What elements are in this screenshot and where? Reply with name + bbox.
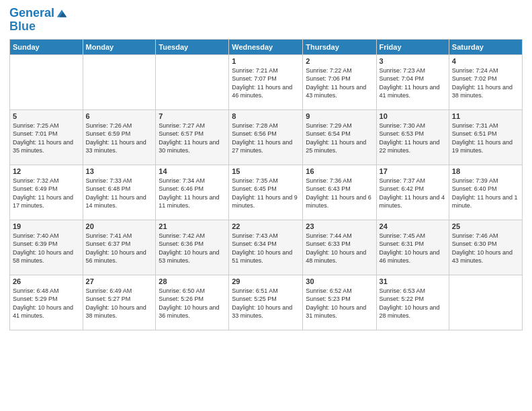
day-number: 12 xyxy=(13,167,80,175)
calendar-cell: 1Sunrise: 7:21 AMSunset: 7:07 PMDaylight… xyxy=(229,54,303,109)
day-number: 22 xyxy=(232,222,300,230)
calendar-cell: 19Sunrise: 7:40 AMSunset: 6:39 PMDayligh… xyxy=(10,220,83,275)
calendar-cell: 3Sunrise: 7:23 AMSunset: 7:04 PMDaylight… xyxy=(376,54,449,109)
day-number: 6 xyxy=(86,112,153,120)
day-info: Sunrise: 7:32 AMSunset: 6:49 PMDaylight:… xyxy=(13,177,80,210)
day-number: 20 xyxy=(86,222,153,230)
day-number: 10 xyxy=(380,112,446,120)
day-number: 18 xyxy=(452,167,519,175)
weekday-header-wednesday: Wednesday xyxy=(229,39,303,54)
calendar-cell: 24Sunrise: 7:45 AMSunset: 6:31 PMDayligh… xyxy=(376,220,449,275)
calendar-table: SundayMondayTuesdayWednesdayThursdayFrid… xyxy=(9,39,523,330)
day-info: Sunrise: 7:44 AMSunset: 6:33 PMDaylight:… xyxy=(306,232,373,265)
calendar-cell: 30Sunrise: 6:52 AMSunset: 5:23 PMDayligh… xyxy=(303,275,376,330)
day-number: 28 xyxy=(159,277,226,285)
day-info: Sunrise: 7:25 AMSunset: 7:01 PMDaylight:… xyxy=(13,122,80,155)
day-info: Sunrise: 6:51 AMSunset: 5:25 PMDaylight:… xyxy=(232,287,300,320)
weekday-header-monday: Monday xyxy=(83,39,156,54)
week-row-1: 1Sunrise: 7:21 AMSunset: 7:07 PMDaylight… xyxy=(10,54,523,109)
day-number: 21 xyxy=(159,222,226,230)
day-info: Sunrise: 7:35 AMSunset: 6:45 PMDaylight:… xyxy=(232,177,300,210)
weekday-header-sunday: Sunday xyxy=(10,39,83,54)
day-info: Sunrise: 6:48 AMSunset: 5:29 PMDaylight:… xyxy=(13,287,80,320)
day-info: Sunrise: 7:27 AMSunset: 6:57 PMDaylight:… xyxy=(159,122,226,155)
weekday-header-thursday: Thursday xyxy=(303,39,376,54)
calendar-cell xyxy=(449,275,522,330)
calendar-cell: 29Sunrise: 6:51 AMSunset: 5:25 PMDayligh… xyxy=(229,275,303,330)
calendar-cell: 21Sunrise: 7:42 AMSunset: 6:36 PMDayligh… xyxy=(156,220,229,275)
day-number: 4 xyxy=(452,57,519,65)
day-number: 30 xyxy=(306,277,373,285)
day-info: Sunrise: 6:50 AMSunset: 5:26 PMDaylight:… xyxy=(159,287,226,320)
day-info: Sunrise: 7:36 AMSunset: 6:43 PMDaylight:… xyxy=(306,177,373,210)
day-info: Sunrise: 7:37 AMSunset: 6:42 PMDaylight:… xyxy=(380,177,446,210)
day-number: 14 xyxy=(159,167,226,175)
day-info: Sunrise: 7:43 AMSunset: 6:34 PMDaylight:… xyxy=(232,232,300,265)
day-info: Sunrise: 7:46 AMSunset: 6:30 PMDaylight:… xyxy=(452,232,519,265)
day-info: Sunrise: 6:53 AMSunset: 5:22 PMDaylight:… xyxy=(380,287,446,320)
weekday-header-tuesday: Tuesday xyxy=(156,39,229,54)
day-number: 23 xyxy=(306,222,373,230)
calendar-cell: 17Sunrise: 7:37 AMSunset: 6:42 PMDayligh… xyxy=(376,165,449,220)
logo: General Blue xyxy=(9,7,68,34)
day-number: 31 xyxy=(380,277,446,285)
day-info: Sunrise: 7:26 AMSunset: 6:59 PMDaylight:… xyxy=(86,122,153,155)
week-row-4: 19Sunrise: 7:40 AMSunset: 6:39 PMDayligh… xyxy=(10,220,523,275)
day-number: 17 xyxy=(380,167,446,175)
day-number: 19 xyxy=(13,222,80,230)
calendar-cell: 4Sunrise: 7:24 AMSunset: 7:02 PMDaylight… xyxy=(449,54,522,109)
calendar-cell: 26Sunrise: 6:48 AMSunset: 5:29 PMDayligh… xyxy=(10,275,83,330)
day-number: 2 xyxy=(306,57,373,65)
calendar-cell: 27Sunrise: 6:49 AMSunset: 5:27 PMDayligh… xyxy=(83,275,156,330)
day-number: 1 xyxy=(232,57,300,65)
day-info: Sunrise: 7:42 AMSunset: 6:36 PMDaylight:… xyxy=(159,232,226,265)
day-info: Sunrise: 7:28 AMSunset: 6:56 PMDaylight:… xyxy=(232,122,300,155)
day-info: Sunrise: 7:24 AMSunset: 7:02 PMDaylight:… xyxy=(452,66,519,100)
day-info: Sunrise: 7:34 AMSunset: 6:46 PMDaylight:… xyxy=(159,177,226,210)
day-info: Sunrise: 7:45 AMSunset: 6:31 PMDaylight:… xyxy=(380,232,446,265)
calendar-cell xyxy=(10,54,83,109)
day-number: 24 xyxy=(380,222,446,230)
calendar-cell: 23Sunrise: 7:44 AMSunset: 6:33 PMDayligh… xyxy=(303,220,376,275)
calendar-cell: 28Sunrise: 6:50 AMSunset: 5:26 PMDayligh… xyxy=(156,275,229,330)
calendar-cell: 20Sunrise: 7:41 AMSunset: 6:37 PMDayligh… xyxy=(83,220,156,275)
day-number: 16 xyxy=(306,167,373,175)
weekday-header-row: SundayMondayTuesdayWednesdayThursdayFrid… xyxy=(10,39,523,54)
calendar-cell: 18Sunrise: 7:39 AMSunset: 6:40 PMDayligh… xyxy=(449,165,522,220)
day-number: 5 xyxy=(13,112,80,120)
day-info: Sunrise: 7:39 AMSunset: 6:40 PMDaylight:… xyxy=(452,177,519,210)
day-info: Sunrise: 7:21 AMSunset: 7:07 PMDaylight:… xyxy=(232,66,300,100)
calendar-cell: 2Sunrise: 7:22 AMSunset: 7:06 PMDaylight… xyxy=(303,54,376,109)
day-number: 27 xyxy=(86,277,153,285)
logo-icon xyxy=(56,7,68,19)
calendar-cell: 31Sunrise: 6:53 AMSunset: 5:22 PMDayligh… xyxy=(376,275,449,330)
calendar-cell: 9Sunrise: 7:29 AMSunset: 6:54 PMDaylight… xyxy=(303,109,376,165)
weekday-header-friday: Friday xyxy=(376,39,449,54)
day-info: Sunrise: 7:23 AMSunset: 7:04 PMDaylight:… xyxy=(380,66,446,100)
calendar-cell: 25Sunrise: 7:46 AMSunset: 6:30 PMDayligh… xyxy=(449,220,522,275)
weekday-header-saturday: Saturday xyxy=(449,39,522,54)
logo-text-general: General xyxy=(9,7,54,20)
day-info: Sunrise: 7:40 AMSunset: 6:39 PMDaylight:… xyxy=(13,232,80,265)
day-number: 9 xyxy=(306,112,373,120)
day-info: Sunrise: 7:29 AMSunset: 6:54 PMDaylight:… xyxy=(306,122,373,155)
week-row-3: 12Sunrise: 7:32 AMSunset: 6:49 PMDayligh… xyxy=(10,165,523,220)
week-row-5: 26Sunrise: 6:48 AMSunset: 5:29 PMDayligh… xyxy=(10,275,523,330)
calendar-cell xyxy=(156,54,229,109)
header: General Blue xyxy=(9,7,523,34)
day-info: Sunrise: 6:49 AMSunset: 5:27 PMDaylight:… xyxy=(86,287,153,320)
calendar-cell: 14Sunrise: 7:34 AMSunset: 6:46 PMDayligh… xyxy=(156,165,229,220)
page: General Blue SundayMondayTuesdayWednesda… xyxy=(0,0,532,411)
week-row-2: 5Sunrise: 7:25 AMSunset: 7:01 PMDaylight… xyxy=(10,109,523,165)
day-number: 26 xyxy=(13,277,80,285)
day-number: 7 xyxy=(159,112,226,120)
day-info: Sunrise: 6:52 AMSunset: 5:23 PMDaylight:… xyxy=(306,287,373,320)
calendar-cell xyxy=(83,54,156,109)
logo-text-blue: Blue xyxy=(9,20,68,34)
calendar-cell: 6Sunrise: 7:26 AMSunset: 6:59 PMDaylight… xyxy=(83,109,156,165)
calendar-cell: 13Sunrise: 7:33 AMSunset: 6:48 PMDayligh… xyxy=(83,165,156,220)
day-number: 15 xyxy=(232,167,300,175)
calendar-cell: 5Sunrise: 7:25 AMSunset: 7:01 PMDaylight… xyxy=(10,109,83,165)
day-info: Sunrise: 7:22 AMSunset: 7:06 PMDaylight:… xyxy=(306,66,373,100)
day-info: Sunrise: 7:30 AMSunset: 6:53 PMDaylight:… xyxy=(380,122,446,155)
